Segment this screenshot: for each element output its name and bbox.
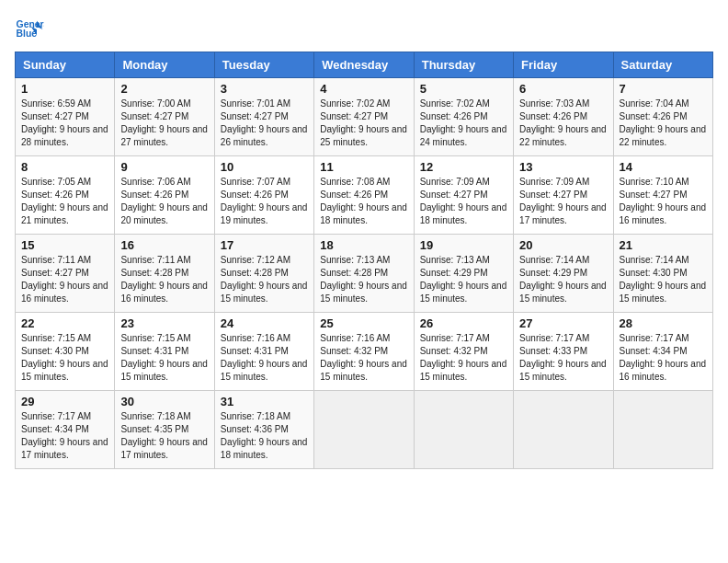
calendar-cell: 20Sunrise: 7:14 AMSunset: 4:29 PMDayligh… — [514, 235, 613, 313]
calendar-cell: 3Sunrise: 7:01 AMSunset: 4:27 PMDaylight… — [214, 78, 313, 156]
day-info: Sunrise: 7:14 AMSunset: 4:29 PMDaylight:… — [519, 254, 607, 305]
day-number: 25 — [320, 316, 407, 330]
day-number: 4 — [320, 82, 407, 96]
day-number: 13 — [519, 160, 607, 174]
day-info: Sunrise: 7:17 AMSunset: 4:32 PMDaylight:… — [420, 332, 507, 384]
calendar-header-row: SundayMondayTuesdayWednesdayThursdayFrid… — [16, 52, 713, 78]
day-number: 12 — [420, 160, 507, 174]
day-info: Sunrise: 7:05 AMSunset: 4:26 PMDaylight:… — [21, 176, 108, 227]
calendar-cell: 5Sunrise: 7:02 AMSunset: 4:26 PMDaylight… — [414, 78, 513, 156]
day-number: 7 — [620, 82, 707, 96]
calendar-cell: 6Sunrise: 7:03 AMSunset: 4:26 PMDaylight… — [514, 78, 613, 156]
day-info: Sunrise: 7:11 AMSunset: 4:27 PMDaylight:… — [21, 254, 108, 305]
calendar-cell: 13Sunrise: 7:09 AMSunset: 4:27 PMDayligh… — [514, 156, 613, 235]
calendar-cell: 21Sunrise: 7:14 AMSunset: 4:30 PMDayligh… — [613, 235, 712, 313]
day-number: 11 — [320, 160, 407, 174]
day-info: Sunrise: 7:07 AMSunset: 4:26 PMDaylight:… — [221, 176, 308, 227]
day-info: Sunrise: 7:18 AMSunset: 4:36 PMDaylight:… — [221, 410, 308, 462]
day-number: 21 — [620, 238, 707, 252]
day-number: 2 — [120, 82, 208, 96]
calendar-cell: 15Sunrise: 7:11 AMSunset: 4:27 PMDayligh… — [16, 235, 115, 313]
calendar-cell — [514, 391, 613, 469]
day-info: Sunrise: 7:02 AMSunset: 4:26 PMDaylight:… — [420, 98, 507, 149]
day-number: 23 — [120, 316, 208, 330]
header-cell-tuesday: Tuesday — [214, 52, 313, 78]
calendar-cell: 28Sunrise: 7:17 AMSunset: 4:34 PMDayligh… — [613, 313, 712, 391]
day-number: 6 — [519, 82, 607, 96]
calendar-cell: 16Sunrise: 7:11 AMSunset: 4:28 PMDayligh… — [115, 235, 214, 313]
day-info: Sunrise: 7:06 AMSunset: 4:26 PMDaylight:… — [120, 176, 208, 227]
day-number: 24 — [221, 316, 308, 330]
calendar-cell: 8Sunrise: 7:05 AMSunset: 4:26 PMDaylight… — [16, 156, 115, 235]
calendar-week-4: 22Sunrise: 7:15 AMSunset: 4:30 PMDayligh… — [16, 313, 713, 391]
calendar-cell — [314, 391, 414, 469]
calendar-table: SundayMondayTuesdayWednesdayThursdayFrid… — [15, 52, 713, 469]
calendar-week-3: 15Sunrise: 7:11 AMSunset: 4:27 PMDayligh… — [16, 235, 713, 313]
day-info: Sunrise: 7:16 AMSunset: 4:31 PMDaylight:… — [221, 332, 308, 384]
header-cell-wednesday: Wednesday — [314, 52, 414, 78]
day-info: Sunrise: 7:18 AMSunset: 4:35 PMDaylight:… — [120, 410, 208, 462]
day-info: Sunrise: 7:04 AMSunset: 4:26 PMDaylight:… — [620, 98, 707, 149]
header-cell-monday: Monday — [115, 52, 214, 78]
day-number: 15 — [21, 238, 108, 252]
day-info: Sunrise: 7:13 AMSunset: 4:29 PMDaylight:… — [420, 254, 507, 305]
day-number: 9 — [120, 160, 208, 174]
calendar-cell: 22Sunrise: 7:15 AMSunset: 4:30 PMDayligh… — [16, 313, 115, 391]
day-info: Sunrise: 7:10 AMSunset: 4:27 PMDaylight:… — [620, 176, 707, 227]
calendar-cell: 31Sunrise: 7:18 AMSunset: 4:36 PMDayligh… — [214, 391, 313, 469]
calendar-cell: 12Sunrise: 7:09 AMSunset: 4:27 PMDayligh… — [414, 156, 513, 235]
day-info: Sunrise: 7:02 AMSunset: 4:27 PMDaylight:… — [320, 98, 407, 149]
calendar-cell: 1Sunrise: 6:59 AMSunset: 4:27 PMDaylight… — [16, 78, 115, 156]
day-number: 18 — [320, 238, 407, 252]
day-number: 3 — [221, 82, 308, 96]
calendar-cell: 11Sunrise: 7:08 AMSunset: 4:26 PMDayligh… — [314, 156, 414, 235]
calendar-cell: 18Sunrise: 7:13 AMSunset: 4:28 PMDayligh… — [314, 235, 414, 313]
day-number: 1 — [21, 82, 108, 96]
header-cell-sunday: Sunday — [16, 52, 115, 78]
calendar-cell: 26Sunrise: 7:17 AMSunset: 4:32 PMDayligh… — [414, 313, 513, 391]
day-number: 29 — [21, 395, 108, 408]
day-info: Sunrise: 7:14 AMSunset: 4:30 PMDaylight:… — [620, 254, 707, 305]
calendar-cell: 19Sunrise: 7:13 AMSunset: 4:29 PMDayligh… — [414, 235, 513, 313]
day-number: 22 — [21, 316, 108, 330]
calendar-cell: 2Sunrise: 7:00 AMSunset: 4:27 PMDaylight… — [115, 78, 214, 156]
day-number: 5 — [420, 82, 507, 96]
calendar-cell: 30Sunrise: 7:18 AMSunset: 4:35 PMDayligh… — [115, 391, 214, 469]
calendar-cell: 27Sunrise: 7:17 AMSunset: 4:33 PMDayligh… — [514, 313, 613, 391]
calendar-cell: 9Sunrise: 7:06 AMSunset: 4:26 PMDaylight… — [115, 156, 214, 235]
day-info: Sunrise: 7:17 AMSunset: 4:34 PMDaylight:… — [620, 332, 707, 384]
day-number: 10 — [221, 160, 308, 174]
day-number: 20 — [519, 238, 607, 252]
day-info: Sunrise: 7:00 AMSunset: 4:27 PMDaylight:… — [120, 98, 208, 149]
calendar-cell: 23Sunrise: 7:15 AMSunset: 4:31 PMDayligh… — [115, 313, 214, 391]
day-number: 16 — [120, 238, 208, 252]
calendar-cell — [613, 391, 712, 469]
day-number: 26 — [420, 316, 507, 330]
header-cell-thursday: Thursday — [414, 52, 513, 78]
day-info: Sunrise: 7:09 AMSunset: 4:27 PMDaylight:… — [420, 176, 507, 227]
day-number: 17 — [221, 238, 308, 252]
calendar-cell — [414, 391, 513, 469]
logo: General Blue — [15, 15, 44, 44]
day-info: Sunrise: 7:01 AMSunset: 4:27 PMDaylight:… — [221, 98, 308, 149]
calendar-cell: 24Sunrise: 7:16 AMSunset: 4:31 PMDayligh… — [214, 313, 313, 391]
calendar-week-1: 1Sunrise: 6:59 AMSunset: 4:27 PMDaylight… — [16, 78, 713, 156]
calendar-cell: 4Sunrise: 7:02 AMSunset: 4:27 PMDaylight… — [314, 78, 414, 156]
day-info: Sunrise: 7:17 AMSunset: 4:34 PMDaylight:… — [21, 410, 108, 462]
day-info: Sunrise: 7:17 AMSunset: 4:33 PMDaylight:… — [519, 332, 607, 384]
day-info: Sunrise: 7:11 AMSunset: 4:28 PMDaylight:… — [120, 254, 208, 305]
day-info: Sunrise: 7:03 AMSunset: 4:26 PMDaylight:… — [519, 98, 607, 149]
day-number: 30 — [120, 395, 208, 408]
header: General Blue — [15, 15, 713, 44]
day-number: 19 — [420, 238, 507, 252]
calendar-cell: 10Sunrise: 7:07 AMSunset: 4:26 PMDayligh… — [214, 156, 313, 235]
day-number: 31 — [221, 395, 308, 408]
calendar-cell: 7Sunrise: 7:04 AMSunset: 4:26 PMDaylight… — [613, 78, 712, 156]
day-info: Sunrise: 7:16 AMSunset: 4:32 PMDaylight:… — [320, 332, 407, 384]
day-info: Sunrise: 7:15 AMSunset: 4:30 PMDaylight:… — [21, 332, 108, 384]
day-number: 27 — [519, 316, 607, 330]
day-info: Sunrise: 7:12 AMSunset: 4:28 PMDaylight:… — [221, 254, 308, 305]
calendar-cell: 25Sunrise: 7:16 AMSunset: 4:32 PMDayligh… — [314, 313, 414, 391]
day-info: Sunrise: 6:59 AMSunset: 4:27 PMDaylight:… — [21, 98, 108, 149]
calendar-week-2: 8Sunrise: 7:05 AMSunset: 4:26 PMDaylight… — [16, 156, 713, 235]
